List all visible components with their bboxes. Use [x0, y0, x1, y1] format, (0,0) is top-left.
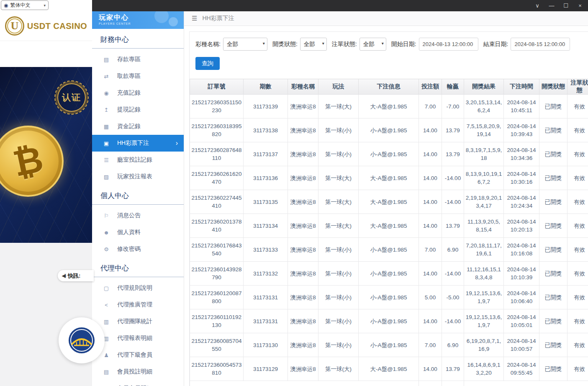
language-label: 繁体中文	[10, 2, 30, 9]
caret-down-icon: ▾	[44, 3, 46, 8]
sidebar-item-room-bet-records[interactable]: ☰廳室投註記錄	[92, 152, 184, 168]
sidebar-item-label: 消息公告	[117, 212, 141, 219]
cell-winloss: -14.00	[442, 262, 464, 286]
language-strip: ◉ 繁体中文 ▾	[0, 0, 92, 11]
cell-bet-info: 小-A盤@1.985	[359, 118, 419, 142]
filter-label: 彩種名稱:	[195, 41, 221, 48]
filter-group: 彩種名稱:全部▾	[195, 38, 267, 51]
sidebar-item-hh-lottery-bets[interactable]: ▣HH彩票下注›	[92, 135, 184, 152]
sidebar-item-label: HH彩票下注	[117, 139, 149, 147]
window-minimize-icon[interactable]: —	[545, 0, 558, 11]
cell-winloss: -5.00	[442, 286, 464, 309]
sidebar-item-member-trans-detail[interactable]: ▤會員交易明細	[92, 380, 184, 386]
hamburger-icon[interactable]: ☰	[192, 15, 197, 22]
sidebar-item-agent-sub-members[interactable]: ♟代理下級會員	[92, 347, 184, 363]
sidebar-item-agent-rules[interactable]: ▢代理規則說明	[92, 280, 184, 296]
sidebar-item-messages[interactable]: ⚐消息公告	[92, 207, 184, 224]
sidebar-item-label: 代理團隊統計	[117, 318, 152, 325]
withdraw-icon: ⇄	[102, 73, 110, 80]
window-close-icon[interactable]: ×	[574, 0, 586, 11]
sidebar-item-cashout-records[interactable]: ↥提現記錄	[92, 101, 184, 118]
ticker-label: 快訊:	[68, 272, 80, 280]
cell-draw-status: 已開獎	[539, 95, 567, 118]
cell-amount: 14.00	[419, 166, 442, 190]
cell-bet-status: 有效	[567, 95, 588, 118]
cell-lottery: 澳洲幸运8	[288, 357, 318, 381]
cell-period: 31173136	[244, 166, 288, 190]
sidebar-item-label: 廳室投註記錄	[117, 156, 152, 164]
sidebar-item-label: 存款專區	[117, 56, 141, 63]
chevron-right-icon: ›	[176, 139, 178, 147]
section-title: 財務中心	[92, 29, 184, 49]
cell-order: 2152172360287648110	[190, 142, 244, 166]
cell-period: 31173138	[244, 118, 288, 142]
cell-time: 2024-08-14 10:05:01	[504, 309, 539, 333]
col-header-bet-status: 注單狀態	[567, 79, 588, 95]
cell-amount: 14.00	[419, 142, 442, 166]
sidebar-item-label: 代理下級會員	[117, 351, 152, 359]
cell-play: 第一球(小)	[318, 142, 359, 166]
sidebar-item-profile[interactable]: ☻個人資料	[92, 224, 184, 241]
table-row: 215217236005457381031173129澳洲幸运8第一球(大)大-…	[190, 357, 588, 381]
language-selector[interactable]: ◉ 繁体中文 ▾	[1, 0, 49, 10]
end-date-input[interactable]	[511, 38, 570, 51]
cell-result: 7,5,15,8,20,9,19,14	[464, 118, 504, 142]
sidebar-item-player-bet-report[interactable]: ▨玩家投注報表	[92, 168, 184, 185]
bitcoin-banner-image: ₿ 认证	[0, 67, 92, 243]
cell-bet-info: 大-A盤@1.985	[359, 190, 419, 214]
filter-group: 注單狀態:全部▾	[332, 38, 386, 51]
sidebar-item-recharge-records[interactable]: ◉充值記錄	[92, 85, 184, 101]
sidebar-item-label: 提現記錄	[117, 106, 141, 113]
cell-lottery: 澳洲幸运8	[288, 309, 318, 333]
cell-bet-info: 大-A盤@1.985	[359, 95, 419, 118]
cell-result: 11,13,9,20,5,8,15,4	[464, 214, 504, 238]
news-ticker[interactable]: ◀) 快訊:	[58, 270, 94, 281]
cell-amount: 5.00	[419, 286, 442, 309]
filter-group: 開獎狀態:全部▾	[272, 38, 327, 51]
cell-bet-status: 有效	[567, 262, 588, 286]
col-header-draw-status: 開獎狀態	[539, 79, 567, 95]
filter-label: 開始日期:	[391, 41, 416, 48]
cell-result: 19,12,15,13,6,1,9,7	[464, 286, 504, 309]
cell-draw-status: 已開獎	[539, 357, 567, 381]
cell-winloss: 13.79	[442, 118, 464, 142]
cell-bet-info: 大-A盤@1.985	[359, 214, 419, 238]
promote-icon: <	[102, 302, 110, 308]
member-bets-icon: ▤	[102, 369, 110, 375]
start-date-input[interactable]	[419, 38, 478, 51]
window-menu-chevron-icon[interactable]: ∨	[531, 0, 544, 11]
sidebar-item-withdraw[interactable]: ⇄取款專區	[92, 68, 184, 85]
sidebar-item-label: 修改密碼	[117, 245, 141, 253]
content-topbar: ☰ HH彩票下注	[184, 11, 588, 26]
table-row: 215217236035115023031173139澳洲幸运8第一球(大)大-…	[190, 95, 588, 118]
cell-lottery: 澳洲幸运8	[288, 262, 318, 286]
cell-bet-status: 有效	[567, 309, 588, 333]
sidebar-item-label: 代理推廣管理	[117, 301, 152, 309]
cell-bet-info: 小-A盤@1.985	[359, 238, 419, 262]
window-maximize-icon[interactable]: ☐	[560, 0, 572, 11]
bet-status-select[interactable]: 全部	[359, 38, 386, 51]
cell-winloss: 6.90	[442, 333, 464, 357]
cell-draw-status: 已開獎	[539, 118, 567, 142]
cell-order: 2152172360054573810	[190, 357, 244, 381]
cell-play: 第一球(小)	[318, 118, 359, 142]
table-row: 215217236022744541031173135澳洲幸运8第一球(大)大-…	[190, 190, 588, 214]
message-icon: ⚐	[102, 213, 110, 219]
sidebar-item-agent-team-stats[interactable]: ▥代理團隊統計	[92, 313, 184, 330]
summary-row: 當前頁統計138.000.96	[190, 381, 588, 386]
funds-icon: ▦	[102, 124, 110, 130]
draw-status-select[interactable]: 全部	[300, 38, 327, 51]
sidebar-item-agent-promotion[interactable]: <代理推廣管理	[92, 296, 184, 313]
cell-winloss: 13.79	[442, 142, 464, 166]
lottery-name-select[interactable]: 全部	[223, 38, 267, 51]
cell-time: 2024-08-14 10:10:39	[504, 262, 539, 286]
cell-bet-status: 有效	[567, 357, 588, 381]
sidebar-item-agent-report-detail[interactable]: ▥代理報表明細	[92, 330, 184, 347]
sidebar-item-deposit[interactable]: ▤存款專區	[92, 51, 184, 68]
cell-amount: 14.00	[419, 357, 442, 381]
bet-status-select-wrap: 全部▾	[359, 38, 386, 51]
sidebar-item-fund-records[interactable]: ▦資金記錄	[92, 118, 184, 135]
search-button[interactable]: 查詢	[195, 57, 220, 70]
sidebar-item-change-password[interactable]: ⚙修改密碼	[92, 241, 184, 257]
sidebar-item-member-bet-detail[interactable]: ▤會員投註明細	[92, 363, 184, 380]
